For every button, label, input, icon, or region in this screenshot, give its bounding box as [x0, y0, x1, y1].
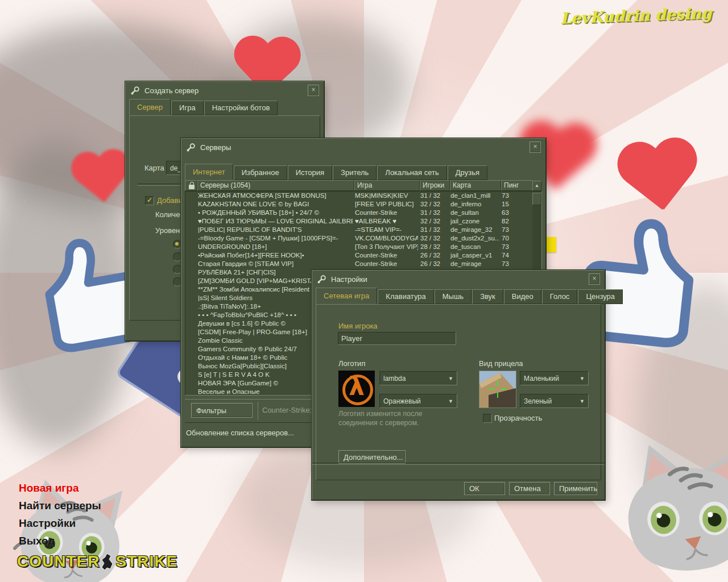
- filters-value: Counter-Strike;: [262, 406, 312, 414]
- table-row[interactable]: |PUBLIC| REPUBLIC OF BANDIT'S -=STEAM VI…: [185, 226, 532, 234]
- close-icon[interactable]: ×: [530, 142, 541, 153]
- server-game: -=STEAM VIP=-: [353, 226, 418, 234]
- table-row[interactable]: Старая Гвардия © [STEAM VIP] Counter-Str…: [185, 260, 532, 268]
- tab-game[interactable]: Игра: [171, 101, 204, 115]
- close-icon[interactable]: ×: [308, 85, 319, 96]
- apply-button[interactable]: Применить: [554, 482, 597, 495]
- filters-button[interactable]: Фильтры: [191, 403, 253, 418]
- table-row[interactable]: KAZAKHSTAN ONE LOVE © by BAGI [FREE VIP …: [185, 200, 532, 209]
- server-game: Counter-Strike: [353, 209, 418, 217]
- tab-lan[interactable]: Локальная сеть: [377, 165, 446, 180]
- server-game: Counter-Strike: [353, 251, 418, 260]
- tab-server[interactable]: Сервер: [129, 99, 171, 115]
- menu-item-find-servers[interactable]: Найти серверы: [19, 500, 101, 512]
- server-game: ♥AILBREAK ♥: [353, 217, 418, 226]
- transparency-label: Прозрачность: [494, 414, 542, 422]
- server-players: 26 / 32: [418, 260, 448, 268]
- column-lock[interactable]: [185, 180, 197, 191]
- logo-word-strike: Strike: [115, 552, 177, 571]
- servers-titlebar[interactable]: Серверы ×: [181, 139, 545, 156]
- server-map: de_tuscan: [448, 243, 499, 251]
- tab-voice[interactable]: Голос: [542, 289, 578, 304]
- tab-audio[interactable]: Звук: [472, 289, 503, 304]
- create-server-titlebar[interactable]: Создать сервер ×: [126, 82, 324, 99]
- advanced-button[interactable]: Дополнительно...: [338, 450, 406, 464]
- settings-titlebar[interactable]: Настройки ×: [312, 271, 605, 288]
- server-players: 32 / 32: [418, 200, 448, 209]
- tab-multiplayer[interactable]: Сетевая игра: [316, 288, 377, 304]
- server-map: de_dust2x2_su...: [448, 234, 499, 243]
- column-ping[interactable]: Пинг: [501, 180, 533, 191]
- table-row[interactable]: • РОЖДЕННЫЙ УБИВАТЬ [18+] • 24/7 © Count…: [185, 209, 532, 217]
- server-name: ЖЕНСКАЯ АТМОСФЕРА [STEAM BONUS]: [196, 192, 353, 200]
- scrollbar-thumb[interactable]: [532, 193, 541, 205]
- settings-panel: Имя игрока Логотип λ lambda ▼ Оранжевый …: [316, 304, 601, 480]
- server-name: |PUBLIC| REPUBLIC OF BANDIT'S: [196, 226, 353, 234]
- table-row[interactable]: •Райский Побег[14+][FREE HOOK]• Counter-…: [185, 251, 532, 260]
- scroll-up-icon[interactable]: ▲: [532, 181, 541, 191]
- cat-illustration: [602, 415, 728, 582]
- tab-friends[interactable]: Друзья: [448, 165, 487, 180]
- server-map: de_sultan: [448, 209, 499, 217]
- tab-internet[interactable]: Интернет: [185, 164, 233, 180]
- add-bots-checkbox[interactable]: ✓: [145, 196, 154, 205]
- tab-spectate[interactable]: Зритель: [333, 165, 377, 180]
- ok-button[interactable]: ОК: [464, 482, 505, 495]
- counter-strike-logo: Counter Strike: [17, 552, 177, 571]
- cancel-button[interactable]: Отмена: [509, 482, 550, 495]
- server-game: Counter-Strike: [353, 260, 418, 268]
- logo-label: Логотип: [338, 359, 365, 368]
- tab-favorites[interactable]: Избранное: [234, 165, 287, 180]
- create-server-tabs: Сервер Игра Настройки ботов: [126, 99, 324, 115]
- server-map: de_inferno: [448, 200, 499, 209]
- tab-censure[interactable]: Цензура: [578, 289, 623, 304]
- steam-icon: [186, 142, 196, 152]
- column-players[interactable]: Игроки: [420, 180, 450, 191]
- logo-color-dropdown[interactable]: Оранжевый ▼: [379, 394, 457, 408]
- chevron-down-icon: ▼: [580, 398, 585, 404]
- crosshair-color-dropdown[interactable]: Зеленый ▼: [520, 394, 589, 408]
- logo-word-counter: Counter: [17, 552, 100, 571]
- server-ping: 73: [499, 192, 531, 200]
- heart-icon: [611, 137, 705, 223]
- window-title: Настройки: [331, 275, 367, 284]
- server-game: VK.COM/BLOODYGAME: [353, 234, 418, 243]
- server-map: de_clan1_mill: [448, 192, 499, 200]
- server-players: 28 / 32: [418, 243, 448, 251]
- server-ping: 73: [499, 226, 531, 234]
- chevron-down-icon: ▼: [448, 376, 453, 381]
- server-name: UNDERGROUND [18+]: [196, 243, 353, 251]
- table-row[interactable]: ♥ПОБЕГ ИЗ ТЮРЬМЫ — LOVE ORIGINAL JAILBRE…: [185, 217, 532, 226]
- tab-bot-options[interactable]: Настройки ботов: [204, 101, 278, 115]
- server-table-header: Серверы (1054) Игра Игроки Карта Пинг: [185, 180, 542, 191]
- server-name: •Райский Побег[14+][FREE HOOK]•: [196, 251, 353, 260]
- server-name: • РОЖДЕННЫЙ УБИВАТЬ [18+] • 24/7 ©: [196, 209, 353, 217]
- player-name-input[interactable]: [338, 332, 456, 345]
- column-map[interactable]: Карта: [450, 180, 501, 191]
- server-ping: 73: [499, 260, 531, 268]
- logo-note: Логотип изменится после соединения с сер…: [338, 409, 423, 427]
- tab-keyboard[interactable]: Клавиатура: [378, 289, 433, 304]
- server-name: KAZAKHSTAN ONE LOVE © by BAGI: [196, 200, 353, 209]
- table-row[interactable]: -=Bloody Game - [CSDM + Пушки] [1000FPS]…: [185, 234, 532, 243]
- menu-item-options[interactable]: Настройки: [19, 517, 101, 530]
- close-icon[interactable]: ×: [589, 273, 600, 285]
- server-players: 31 / 32: [418, 192, 448, 200]
- menu-item-new-game[interactable]: Новая игра: [19, 482, 101, 494]
- column-game[interactable]: Игра: [354, 180, 420, 191]
- transparency-checkbox[interactable]: [483, 414, 492, 423]
- crosshair-size-dropdown[interactable]: Маленький ▼: [520, 371, 589, 385]
- table-row[interactable]: UNDERGROUND [18+] [Топ 3 Получают VIP] 2…: [185, 243, 532, 251]
- server-players: 32 / 32: [418, 217, 448, 226]
- tab-history[interactable]: История: [288, 165, 332, 180]
- tab-video[interactable]: Видео: [504, 289, 541, 304]
- table-row[interactable]: ЖЕНСКАЯ АТМОСФЕРА [STEAM BONUS] MSK|MINS…: [185, 192, 532, 200]
- column-servers[interactable]: Серверы (1054): [197, 180, 354, 191]
- menu-item-quit[interactable]: Выход: [19, 535, 101, 547]
- tab-mouse[interactable]: Мышь: [435, 289, 471, 304]
- server-players: 26 / 32: [418, 251, 448, 260]
- logo-dropdown[interactable]: lambda ▼: [379, 371, 457, 385]
- main-menu: Новая игра Найти серверы Настройки Выход: [19, 482, 101, 552]
- player-name-label: Имя игрока: [338, 322, 378, 330]
- settings-window: Настройки × Сетевая игра Клавиатура Мышь…: [312, 270, 605, 500]
